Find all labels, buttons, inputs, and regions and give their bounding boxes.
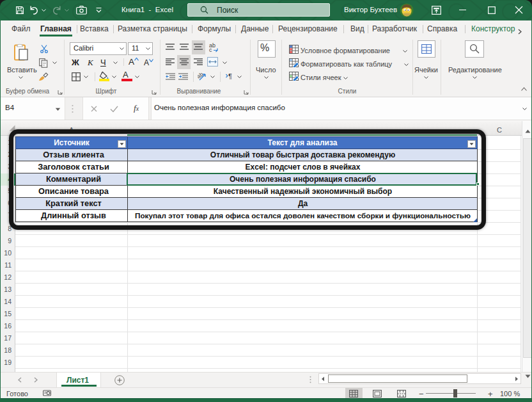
svg-text:¶: ¶	[228, 73, 232, 80]
svg-text:c: c	[209, 47, 212, 52]
